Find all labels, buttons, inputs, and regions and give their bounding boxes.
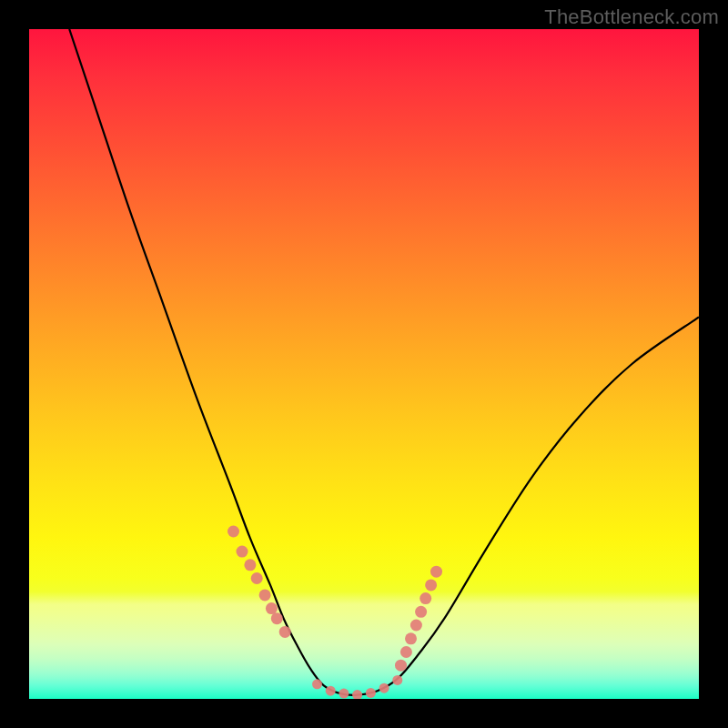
marker-dot	[392, 675, 402, 685]
marker-dot	[400, 646, 412, 658]
marker-dot	[244, 559, 256, 571]
marker-dot	[410, 620, 422, 632]
marker-dot	[312, 679, 322, 689]
marker-dot	[366, 688, 376, 698]
marker-dot	[237, 546, 248, 558]
marker-dot	[405, 632, 417, 644]
bottleneck-curve	[69, 29, 699, 695]
marker-dot	[339, 689, 349, 699]
marker-dot	[228, 526, 239, 538]
marker-dot	[279, 626, 291, 638]
marker-dot	[266, 602, 278, 614]
marker-dot	[326, 686, 336, 696]
marker-dot	[271, 612, 283, 624]
chart-svg	[29, 29, 699, 699]
watermark-text: TheBottleneck.com	[544, 5, 719, 29]
marker-dot	[352, 690, 362, 699]
marker-dot	[379, 683, 389, 693]
marker-dot	[259, 589, 271, 601]
marker-dot	[420, 592, 431, 604]
chart-frame: TheBottleneck.com	[0, 0, 728, 728]
marker-dot	[395, 660, 407, 672]
plot-area	[29, 29, 699, 699]
marker-dot	[415, 606, 427, 618]
marker-dot	[425, 579, 437, 591]
marker-dot	[430, 566, 442, 578]
data-markers	[228, 526, 442, 700]
marker-dot	[251, 572, 263, 584]
